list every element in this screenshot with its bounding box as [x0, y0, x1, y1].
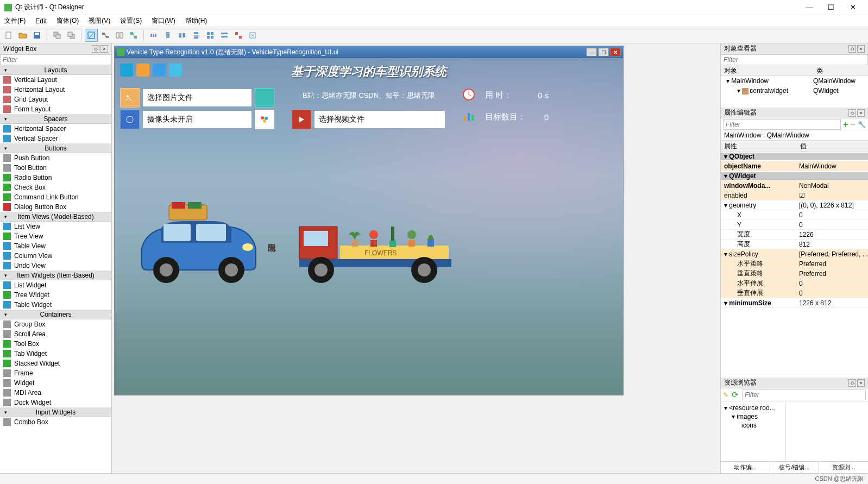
tab-action-editor[interactable]: 动作编... — [721, 462, 770, 473]
property-row[interactable]: 垂直伸展0 — [721, 288, 868, 298]
app-info-icon[interactable] — [120, 64, 133, 77]
edit-signals-icon[interactable] — [99, 29, 112, 42]
widget-item[interactable]: List View — [0, 222, 111, 231]
widget-item[interactable]: Dialog Button Box — [0, 202, 111, 212]
break-layout-icon[interactable] — [232, 29, 245, 42]
edit-taborder-icon[interactable] — [127, 29, 140, 42]
widget-item[interactable]: Tab Widget — [0, 349, 111, 359]
widget-category[interactable]: Item Views (Model-Based) — [0, 212, 111, 222]
open-icon[interactable] — [16, 29, 29, 42]
widget-item[interactable]: Stacked Widget — [0, 359, 111, 368]
app-settings-icon[interactable] — [136, 64, 149, 77]
dock-close-icon[interactable]: × — [857, 45, 865, 53]
widget-item[interactable]: MDI Area — [0, 388, 111, 398]
widget-item[interactable]: Tree View — [0, 231, 111, 241]
widget-item[interactable]: Table Widget — [0, 300, 111, 310]
widget-item[interactable]: Horizontal Spacer — [0, 124, 111, 134]
dock-float-icon[interactable]: ◇ — [848, 379, 856, 387]
camera-status-input[interactable] — [143, 111, 251, 128]
property-row[interactable]: X0 — [721, 210, 868, 220]
layout-vsplit-icon[interactable] — [190, 29, 203, 42]
video-icon[interactable] — [292, 110, 311, 129]
app-chat-icon[interactable] — [169, 64, 182, 77]
layout-grid-icon[interactable] — [204, 29, 217, 42]
add-prop-icon[interactable]: + — [843, 120, 848, 129]
layout-form-icon[interactable] — [218, 29, 231, 42]
menu-file[interactable]: 文件(F) — [2, 15, 28, 27]
form-maximize-icon[interactable]: ☐ — [598, 48, 609, 56]
inspector-filter[interactable] — [721, 54, 868, 65]
image-icon[interactable] — [120, 88, 140, 108]
widget-item[interactable]: Form Layout — [0, 104, 111, 114]
widget-item[interactable]: Tool Box — [0, 339, 111, 349]
dock-float-icon[interactable]: ◇ — [848, 109, 856, 117]
menu-window[interactable]: 窗口(W) — [149, 15, 177, 27]
widget-item[interactable]: Vertical Spacer — [0, 134, 111, 143]
edit-resource-icon[interactable]: ✎ — [723, 391, 728, 399]
property-row[interactable]: windowModa...NonModal — [721, 181, 868, 191]
widget-category[interactable]: Layouts — [0, 65, 111, 75]
send-back-icon[interactable] — [51, 29, 64, 42]
tab-signal-editor[interactable]: 信号/槽编... — [770, 462, 820, 473]
widget-item[interactable]: Undo View — [0, 261, 111, 271]
property-row[interactable]: 高度812 — [721, 240, 868, 249]
menu-help[interactable]: 帮助(H) — [183, 15, 210, 27]
select-image-input[interactable] — [143, 89, 251, 106]
select-video-input[interactable] — [315, 111, 445, 128]
property-row[interactable]: ▾ minimumSize1226 x 812 — [721, 298, 868, 308]
widget-category[interactable]: Item Widgets (Item-Based) — [0, 271, 111, 280]
property-row[interactable]: enabled☑ — [721, 191, 868, 200]
property-row[interactable]: ▾ geometry[(0, 0), 1226 x 812] — [721, 200, 868, 210]
balloons-icon[interactable] — [255, 110, 274, 129]
dock-close-icon[interactable]: × — [100, 45, 108, 53]
menu-view[interactable]: 视图(V) — [86, 15, 112, 27]
menu-form[interactable]: 窗体(O) — [54, 15, 81, 27]
widget-item[interactable]: Tree Widget — [0, 290, 111, 300]
design-canvas[interactable]: Vehicle Type Recognition v1.0 (思绪无限) - V… — [112, 43, 720, 473]
widget-item[interactable]: Combo Box — [0, 417, 111, 427]
app-user-icon[interactable] — [153, 64, 166, 77]
inspector-tree[interactable]: ▾ MainWindowQMainWindow▾ centralwidgetQW… — [721, 76, 868, 108]
reload-resource-icon[interactable]: ⟳ — [732, 390, 739, 400]
layout-hsplit-icon[interactable] — [175, 29, 188, 42]
menu-edit[interactable]: Edit — [33, 16, 49, 26]
props-filter[interactable] — [723, 119, 841, 130]
property-row[interactable]: ▾ sizePolicy[Preferred, Preferred, ... — [721, 249, 868, 259]
widget-item[interactable]: Column View — [0, 251, 111, 261]
folder-icon[interactable] — [255, 88, 274, 108]
widget-item[interactable]: Group Box — [0, 319, 111, 329]
widget-item[interactable]: Vertical Layout — [0, 75, 111, 85]
wrench-icon[interactable]: 🔧 — [858, 121, 866, 128]
resources-filter[interactable] — [742, 389, 866, 400]
widget-category[interactable]: Buttons — [0, 143, 111, 153]
widget-category[interactable]: Containers — [0, 310, 111, 319]
form-close-icon[interactable]: ✕ — [610, 48, 621, 56]
dock-close-icon[interactable]: × — [857, 109, 865, 117]
widget-item[interactable]: Scroll Area — [0, 329, 111, 339]
adjust-size-icon[interactable] — [246, 29, 259, 42]
property-row[interactable]: 水平伸展0 — [721, 279, 868, 288]
property-row[interactable]: 宽度1226 — [721, 230, 868, 240]
widget-item[interactable]: Radio Button — [0, 173, 111, 183]
remove-prop-icon[interactable]: − — [851, 120, 856, 129]
edit-buddies-icon[interactable] — [113, 29, 126, 42]
property-row[interactable]: objectNameMainWindow — [721, 161, 868, 171]
resource-tree[interactable]: ▾ <resource roo... ▾ images icons — [721, 401, 786, 461]
inspector-row[interactable]: ▾ centralwidgetQWidget — [721, 86, 868, 96]
widget-category[interactable]: Spacers — [0, 114, 111, 124]
dock-close-icon[interactable]: × — [857, 379, 865, 387]
dock-float-icon[interactable]: ◇ — [92, 45, 99, 53]
widget-box-filter[interactable] — [0, 54, 111, 65]
save-icon[interactable] — [30, 29, 43, 42]
property-table[interactable]: ▾ QObjectobjectNameMainWindow▾ QWidgetwi… — [721, 152, 868, 378]
widget-item[interactable]: Tool Button — [0, 163, 111, 173]
widget-item[interactable]: Grid Layout — [0, 95, 111, 104]
minimize-button[interactable]: — — [798, 1, 820, 15]
dock-float-icon[interactable]: ◇ — [848, 45, 856, 53]
property-row[interactable]: Y0 — [721, 220, 868, 230]
widget-item[interactable]: Check Box — [0, 183, 111, 192]
form-minimize-icon[interactable]: — — [586, 48, 597, 56]
close-button[interactable]: ✕ — [842, 1, 864, 15]
widget-item[interactable]: Command Link Button — [0, 192, 111, 202]
bring-front-icon[interactable] — [65, 29, 78, 42]
